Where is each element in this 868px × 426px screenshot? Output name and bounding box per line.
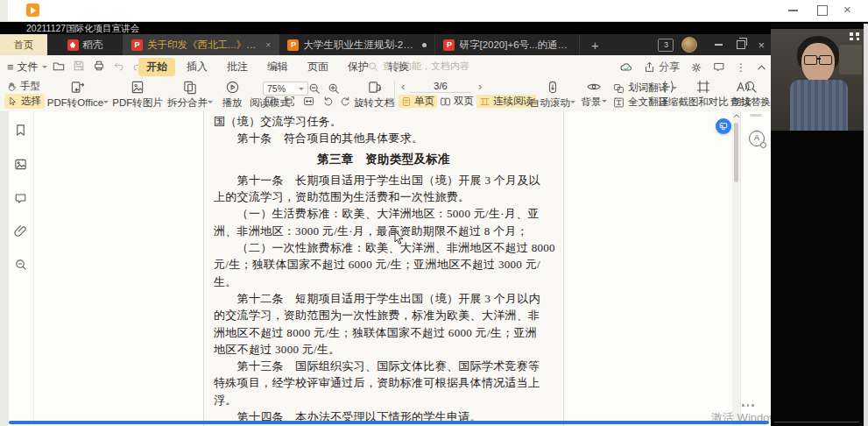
split-merge-icon	[182, 80, 198, 95]
scroll-up-icon[interactable]	[733, 113, 740, 118]
auto-scroll-button[interactable]: 自动滚动	[528, 80, 577, 110]
webcam-background-shelf	[839, 45, 862, 75]
document-line: 第十一条 长期项目适用于学生出国（境）开展 3 个月及以	[214, 172, 554, 188]
app-restore-button[interactable]	[737, 40, 745, 49]
thumbnail-icon[interactable]	[14, 158, 27, 171]
ribbon-tab[interactable]: 插入	[179, 58, 215, 76]
double-page-icon	[440, 96, 451, 107]
document-tab[interactable]: 关于印发《西北工...》的通知.pdf ×	[123, 34, 279, 55]
background-button[interactable]: 背景	[576, 80, 611, 109]
os-minimize-button[interactable]	[788, 10, 798, 11]
find-replace-button[interactable]: 查找替换	[726, 80, 775, 109]
auto-scroll-icon	[547, 80, 559, 95]
comment-panel-icon[interactable]	[14, 192, 27, 204]
next-page-button[interactable]: ›	[478, 80, 482, 93]
pdf-to-office-button[interactable]: PDF转Office	[46, 80, 110, 110]
gear-icon[interactable]	[690, 61, 702, 74]
document-line: （一）生活费标准：欧美、大洋洲地区：5000 元/生·月、亚	[214, 205, 554, 222]
zoom-out-icon[interactable]	[308, 82, 321, 95]
app-close-button[interactable]: ×	[758, 39, 765, 52]
meeting-video-panel[interactable]	[771, 24, 864, 426]
screenshot-compare-button[interactable]: 截图和对比	[676, 80, 730, 109]
ribbon-search[interactable]: 查找功能，文档内容	[368, 60, 469, 73]
prev-page-button[interactable]: ‹	[401, 80, 405, 93]
document-line: （二）一次性旅费标准：欧美、大洋洲、非洲地区不超过 8000	[214, 239, 554, 256]
document-scrollbar[interactable]	[732, 111, 740, 426]
ribbon-tab[interactable]: 开始	[138, 58, 175, 76]
cloud-sync-icon[interactable]	[619, 61, 633, 74]
tab-docer-label: 稻壳	[83, 39, 103, 52]
print-icon[interactable]	[93, 60, 105, 72]
service-monitor-icon	[719, 122, 728, 131]
ribbon-tab[interactable]: 批注	[219, 58, 256, 76]
pdf-to-image-icon	[130, 80, 145, 95]
document-tab[interactable]: 研字[2020]+6号...的通知(签章).pdf	[435, 34, 580, 55]
bottom-blue-bar	[9, 421, 769, 424]
zoom-in-icon[interactable]	[328, 82, 340, 95]
webcam-person-glasses	[804, 55, 832, 64]
tab-home[interactable]: 首页	[0, 34, 47, 55]
new-tab-button[interactable]: +	[580, 34, 610, 55]
window-count-badge[interactable]: 3	[658, 39, 674, 52]
document-line: 第十三条 国际组织实习、国际文体比赛、国际学术竞赛等	[214, 358, 554, 374]
save-icon[interactable]	[73, 60, 85, 72]
outer-scroll-strip[interactable]	[864, 24, 868, 426]
more-dots-icon[interactable]	[742, 404, 758, 408]
hand-tool[interactable]: 手型	[6, 80, 40, 93]
ppt-file-icon	[287, 39, 299, 51]
bookmark-icon[interactable]	[14, 124, 27, 137]
full-translate-icon	[613, 97, 625, 108]
zoom-level-select[interactable]: 75%	[263, 82, 308, 96]
tab-docer[interactable]: 稻壳	[47, 34, 123, 55]
share-label: 分享	[659, 60, 680, 75]
os-maximize-button[interactable]	[817, 5, 828, 16]
wps-service-float-button[interactable]	[716, 118, 731, 134]
rotate-left-icon[interactable]	[322, 96, 334, 107]
single-page-label: 单页	[414, 95, 434, 108]
rotate-doc-button[interactable]: 旋转文档	[350, 80, 398, 110]
window-titlebar: 20211127国际化项目宣讲会	[0, 22, 868, 34]
ribbon-tab[interactable]: 编辑	[259, 58, 296, 76]
split-merge-label: 拆分合并	[167, 97, 208, 108]
pdf-file-icon	[443, 39, 455, 51]
panel-handle[interactable]	[750, 114, 762, 117]
hand-icon	[6, 82, 17, 92]
undo-icon[interactable]	[113, 60, 124, 72]
window-title: 20211127国际化项目宣讲会	[26, 23, 139, 33]
split-merge-button[interactable]: 拆分合并	[165, 80, 215, 110]
hamburger-icon: ≡	[7, 60, 14, 74]
scrollbar-thumb[interactable]	[734, 123, 738, 182]
document-tab[interactable]: 大学生职业生涯规划-2021春季学期	[279, 34, 435, 55]
select-tool[interactable]: 选择	[4, 94, 45, 109]
user-avatar[interactable]	[681, 37, 697, 53]
fit-page-icon[interactable]	[284, 96, 295, 107]
video-layout-grid-icon[interactable]	[850, 32, 859, 40]
actual-size-icon[interactable]	[265, 96, 276, 107]
collapse-ribbon-icon[interactable]	[757, 64, 766, 71]
attachment-icon[interactable]	[14, 224, 27, 238]
ribbon-tab[interactable]: 页面	[300, 58, 336, 76]
share-button[interactable]: 分享	[644, 60, 680, 75]
word-lookup-icon[interactable]: A	[749, 131, 765, 146]
app-minimize-button[interactable]	[715, 44, 723, 46]
find-replace-icon	[744, 80, 758, 94]
document-line: 浮。	[214, 392, 554, 408]
document-tab-label: 关于印发《西北工...》的通知.pdf	[147, 39, 259, 52]
more-menu-icon[interactable]: ⋮	[736, 61, 746, 74]
screen-record-icon[interactable]	[26, 4, 39, 17]
pdf-page[interactable]: 国（境）交流学习任务。 第十条 符合项目的其他具体要求。第三章 资助类型及标准 …	[203, 111, 564, 426]
os-close-button[interactable]: ×	[843, 2, 851, 17]
fit-width-icon[interactable]	[303, 96, 314, 107]
zoom-level-value: 75%	[267, 83, 286, 94]
pdf-to-image-button[interactable]: PDF转图片	[110, 80, 165, 110]
continuous-read-button[interactable]: 连续阅读	[476, 95, 536, 108]
page-indicator[interactable]: 3/6	[410, 81, 471, 93]
open-folder-icon[interactable]	[53, 60, 65, 72]
comment-icon[interactable]	[713, 61, 725, 73]
right-tool-panel: A	[740, 111, 772, 426]
file-menu[interactable]: ≡ 文件	[7, 60, 47, 75]
seal-stamp-icon[interactable]	[14, 258, 27, 271]
tab-close-icon[interactable]: ×	[265, 39, 271, 50]
play-button[interactable]: 播放	[217, 80, 247, 110]
single-page-button[interactable]: 单页	[399, 95, 437, 108]
